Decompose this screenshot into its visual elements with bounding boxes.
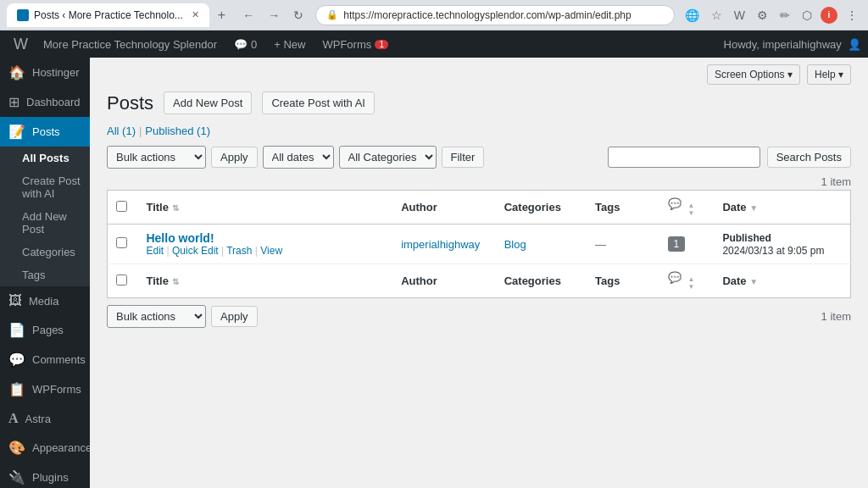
sidebar-item-label: WPForms [32,383,81,396]
sidebar-sub-all-posts[interactable]: All Posts [0,147,90,169]
bottom-item-count: 1 item [258,310,851,323]
sidebar-item-label: Astra [25,413,51,425]
translate-button[interactable]: 🌐 [682,5,703,25]
cast-button[interactable]: ⬡ [798,5,815,25]
browser-nav: ← → ↻ [237,5,309,25]
post-author-cell: imperialhighway [392,225,496,264]
footer-comments-header: 💬 ▲▼ [659,264,714,298]
admin-bar-new[interactable]: + New [265,30,314,58]
published-filter-link[interactable]: Published (1) [145,125,210,137]
author-header: Author [392,191,496,225]
sidebar-item-media[interactable]: 🖼 Media [0,286,90,315]
footer-author-header: Author [392,264,496,298]
admin-bar-site[interactable]: More Practice Technology Splendor [35,30,225,58]
view-action[interactable]: View [260,245,282,257]
media-icon: 🖼 [8,293,22,308]
post-title-cell: Hello world! Edit | Quick Edit | Trash |… [137,225,392,264]
comment-count[interactable]: 1 [668,236,685,252]
post-categories-cell: Blog [496,225,587,264]
sidebar-item-appearance[interactable]: 🎨 Appearance [0,433,90,463]
bulk-actions-select[interactable]: Bulk actionsEditMove to Trash [107,146,206,169]
category-link[interactable]: Blog [504,238,526,251]
back-button[interactable]: ← [237,5,259,25]
plugins-icon: 🔌 [8,469,25,485]
footer-select-all-checkbox[interactable] [116,274,127,286]
apply-button[interactable]: Apply [211,147,258,168]
sidebar-item-pages[interactable]: 📄 Pages [0,315,90,345]
add-new-post-button[interactable]: Add New Post [164,92,252,114]
wp-layout: 🏠 Hostinger ⊞ Dashboard 📝 Posts All Post… [0,58,868,488]
sidebar-sub-create-ai[interactable]: Create Post with AI [0,169,90,205]
admin-bar-comments[interactable]: 💬 0 [225,30,265,58]
help-button[interactable]: Help [807,64,851,85]
extensions-button[interactable]: ⚙ [754,5,771,25]
sidebar-item-posts[interactable]: 📝 Posts [0,117,90,147]
sidebar-sub-tags[interactable]: Tags [0,263,90,286]
published-date: 2024/03/13 at 9:05 pm [722,245,824,257]
forward-button[interactable]: → [263,5,285,25]
sidebar-item-label: Media [29,295,58,308]
row-checkbox[interactable] [116,237,127,248]
all-filter-link[interactable]: All (1) [107,125,136,137]
wp-logo[interactable]: W [7,36,35,53]
menu-button[interactable]: ⋮ [843,5,861,25]
tab-favicon [17,9,29,21]
new-tab-button[interactable]: + [213,6,231,25]
title-header[interactable]: Title ⇅ [137,191,392,225]
admin-avatar[interactable]: 👤 [848,38,861,51]
active-tab[interactable]: Posts ‹ More Practice Technolo... ✕ [7,3,209,27]
sidebar-item-hostinger[interactable]: 🏠 Hostinger [0,58,90,87]
footer-comments-sort-icon[interactable]: ▲▼ [688,275,695,291]
post-date-cell: Published 2024/03/13 at 9:05 pm [714,225,850,264]
bookmark-button[interactable]: ☆ [708,5,726,25]
sidebar-item-label: Posts [32,125,60,138]
admin-bar-site-name: More Practice Technology Splendor [43,38,217,51]
footer-checkbox-cell [108,264,138,298]
sidebar-item-label: Dashboard [26,96,81,108]
bottom-action-bar: Bulk actionsEditMove to Trash Apply 1 it… [90,298,868,335]
categories-filter-select[interactable]: All CategoriesBlog [339,146,437,169]
quick-edit-action[interactable]: Quick Edit [172,245,219,257]
refresh-button[interactable]: ↻ [288,5,309,25]
filter-button[interactable]: Filter [442,147,485,168]
tags-header: Tags [587,191,659,225]
filter-separator: | [139,125,142,137]
date-header[interactable]: Date ▼ [714,191,850,225]
author-link[interactable]: imperialhighway [401,238,480,251]
sidebar-item-plugins[interactable]: 🔌 Plugins [0,463,90,488]
address-bar[interactable]: 🔒 https://morepractice.technologysplendo… [315,5,675,25]
bottom-bulk-actions-select[interactable]: Bulk actionsEditMove to Trash [107,305,206,328]
sidebar-item-comments[interactable]: 💬 Comments [0,345,90,374]
tab-close-button[interactable]: ✕ [192,9,199,20]
footer-title-header[interactable]: Title ⇅ [137,264,392,298]
sidebar-item-dashboard[interactable]: ⊞ Dashboard [0,87,90,117]
comments-sort-icon[interactable]: ▲▼ [688,202,695,217]
wp-sidebar: 🏠 Hostinger ⊞ Dashboard 📝 Posts All Post… [0,58,90,488]
sidebar-sub-add-new[interactable]: Add New Post [0,205,90,241]
search-posts-button[interactable]: Search Posts [767,147,851,168]
profile-button[interactable]: i [821,7,837,24]
post-title-link[interactable]: Hello world! [146,231,214,245]
wp-button[interactable]: W [731,5,748,25]
trash-action[interactable]: Trash [226,245,252,257]
footer-date-header[interactable]: Date ▼ [714,264,850,298]
screen-options-button[interactable]: Screen Options [707,64,800,85]
select-all-checkbox[interactable] [116,201,127,212]
edit-action[interactable]: Edit [146,245,164,257]
admin-bar-wpforms-label: WPForms [322,38,371,51]
published-label: Published [722,232,771,244]
bottom-apply-button[interactable]: Apply [211,306,258,327]
browser-actions: 🌐 ☆ W ⚙ ✏ ⬡ i ⋮ [682,5,861,25]
admin-bar-wpforms[interactable]: WPForms 1 [314,30,397,58]
search-posts-input[interactable] [608,147,760,168]
footer-categories-header: Categories [496,264,587,298]
dates-filter-select[interactable]: All dates [263,146,334,169]
item-count-top: 1 item [90,174,868,190]
sidebar-sub-categories[interactable]: Categories [0,241,90,263]
sidebar-item-astra[interactable]: A Astra [0,404,90,433]
comment-icon: 💬 [668,197,682,210]
pen-button[interactable]: ✏ [776,5,793,25]
row-checkbox-cell [108,225,138,264]
create-ai-post-button[interactable]: Create Post with AI [262,92,375,114]
sidebar-item-wpforms[interactable]: 📋 WPForms [0,374,90,404]
